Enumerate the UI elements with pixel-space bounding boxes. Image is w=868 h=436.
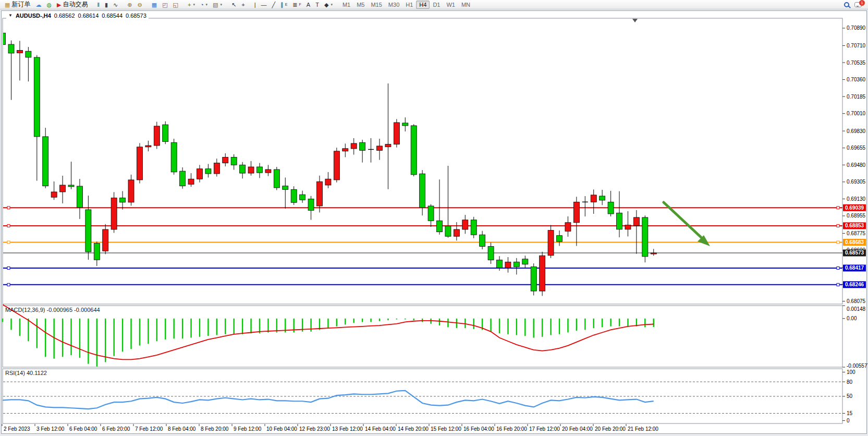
tool-sub-letter: F <box>299 3 301 6</box>
candle <box>163 122 168 144</box>
timeframe-mn[interactable]: MN <box>458 1 473 9</box>
horizontal-line-icon: — <box>261 1 267 9</box>
new-order-button[interactable]: ▦新订单 <box>2 1 33 9</box>
cursor-button[interactable]: ↖ <box>229 1 239 9</box>
timeframe-m1[interactable]: M1 <box>339 1 353 9</box>
dropdown-caret-icon: ▾ <box>206 3 208 7</box>
candle <box>642 215 648 262</box>
trendline-icon: ╱ <box>272 1 276 9</box>
chart-symbol-period: AUDUSD-,H4 <box>16 13 51 19</box>
new-order-button-label: 新订单 <box>11 0 30 9</box>
tool-sub-letter: E <box>285 3 288 6</box>
tile-windows-button[interactable]: ▦ <box>149 1 160 9</box>
trendline-button[interactable]: ╱ <box>270 1 278 9</box>
time-label: 9 Feb 12:00 <box>234 426 262 432</box>
candlestick-chart-button[interactable]: ▮ <box>102 1 111 9</box>
templates-button[interactable]: ▧▾ <box>210 1 225 9</box>
timeframe-w1[interactable]: W1 <box>443 1 458 9</box>
time-label: 3 Feb 12:00 <box>36 426 65 432</box>
line-handle[interactable] <box>7 267 10 269</box>
chart-title-bar: ▼ AUDUSD-,H4 0.68562 0.68614 0.68544 0.6… <box>6 12 149 19</box>
rsi-axis-label: 50 <box>847 393 853 399</box>
indicators-icon: + <box>188 1 191 9</box>
zoom-out-icon: ⊖ <box>138 1 142 9</box>
symbol-dropdown-icon[interactable]: ▼ <box>8 13 13 18</box>
price-axis-label: 0.69130 <box>847 196 866 202</box>
line-price-tag: 0.68683 <box>843 239 866 246</box>
cascade-windows-icon: ◰ <box>162 1 167 9</box>
timeframe-m5[interactable]: M5 <box>353 1 368 9</box>
chat-icon[interactable]: 1 <box>854 2 862 7</box>
price-axis-label: 0.70890 <box>847 25 866 31</box>
bar-open-value: 0.68562 <box>54 13 75 19</box>
macd-indicator-label: MACD(12,36,9) -0.000965 -0.000644 <box>5 307 100 313</box>
mql5-cloud-button[interactable]: ☁ <box>33 1 44 9</box>
timeframe-m30[interactable]: M30 <box>385 1 402 9</box>
signals-button[interactable]: ◍ <box>44 1 54 9</box>
line-handle[interactable] <box>7 207 10 209</box>
autotrade-button[interactable]: ▶自动交易 <box>54 1 90 9</box>
price-axis-label: 0.70010 <box>847 111 866 116</box>
rsi-axis-label: 15 <box>847 410 853 416</box>
cascade-windows-button[interactable]: ◰ <box>160 1 170 9</box>
line-handle[interactable] <box>837 283 839 286</box>
candle <box>411 124 417 176</box>
line-handle[interactable] <box>837 241 839 244</box>
candle <box>171 139 177 175</box>
shapes-button[interactable]: ◆▾ <box>322 1 335 9</box>
line-price-tag: 0.68853 <box>843 222 866 229</box>
candle <box>471 217 476 238</box>
macd-signal-value: -0.000644 <box>74 307 100 313</box>
timeframe-d1[interactable]: D1 <box>430 1 443 9</box>
price-axis-label: 0.69305 <box>847 179 866 185</box>
line-handle[interactable] <box>837 207 839 209</box>
timeframe-h1[interactable]: H1 <box>402 1 416 9</box>
channel-button[interactable]: ∥E <box>278 1 290 9</box>
arrange-windows-button[interactable]: ◱ <box>170 1 181 9</box>
candle <box>137 143 142 183</box>
crosshair-button[interactable]: + <box>239 1 247 9</box>
line-handle[interactable] <box>837 224 839 227</box>
rsi-axis-label: 80 <box>847 379 853 385</box>
periods-button[interactable]: ◔▾ <box>198 1 210 9</box>
time-label: 20 Feb 04:00 <box>562 426 593 432</box>
candle <box>334 148 339 183</box>
line-price-tag: 0.68573 <box>843 249 866 256</box>
arrange-windows-icon: ◱ <box>173 1 178 9</box>
text-label-button[interactable]: T <box>313 1 322 9</box>
price-axis-label: 0.70710 <box>847 43 866 49</box>
indicators-button[interactable]: +▾ <box>185 1 198 9</box>
periods-icon: ◔ <box>200 1 204 9</box>
line-price-tag: 0.68417 <box>843 264 866 271</box>
line-handle[interactable] <box>837 267 839 269</box>
candle <box>540 252 545 296</box>
timeframe-m15[interactable]: M15 <box>368 1 385 9</box>
zoom-out-button[interactable]: ⊖ <box>135 1 145 9</box>
bar-chart-button[interactable]: ‖ <box>94 1 102 9</box>
shapes-icon: ◆ <box>324 1 328 9</box>
new-order-icon: ▦ <box>5 1 10 9</box>
line-handle[interactable] <box>7 224 10 227</box>
autotrade-button-label: 自动交易 <box>63 0 88 9</box>
horizontal-line-button[interactable]: — <box>259 1 270 9</box>
candle <box>531 263 536 295</box>
macd-panel <box>3 306 842 367</box>
search-icon[interactable] <box>844 2 849 7</box>
time-label: 12 Feb 23:00 <box>299 426 330 432</box>
vertical-line-button[interactable]: | <box>252 1 259 9</box>
rsi-name: RSI(14) <box>5 370 25 376</box>
rsi-indicator-label: RSI(14) 40.1122 <box>5 370 47 376</box>
line-handle[interactable] <box>7 283 10 286</box>
time-axis: 2 Feb 20233 Feb 12:006 Feb 04:006 Feb 20… <box>2 424 658 432</box>
timeframe-buttons: M1M5M15M30H1H4D1W1MN <box>339 1 473 9</box>
zoom-in-button[interactable]: ⊕ <box>125 1 135 9</box>
timeframe-h4[interactable]: H4 <box>416 1 430 9</box>
fibonacci-button[interactable]: ≣F <box>290 1 304 9</box>
time-label: 14 Feb 20:00 <box>398 426 429 432</box>
line-handle[interactable] <box>7 241 10 244</box>
toolbar-right: 1 <box>844 2 866 7</box>
line-chart-button[interactable]: ∿ <box>111 1 120 9</box>
price-axis-label: 0.70535 <box>847 60 866 66</box>
time-label: 10 Feb 04:00 <box>266 426 297 432</box>
text-button[interactable]: A <box>304 1 313 9</box>
